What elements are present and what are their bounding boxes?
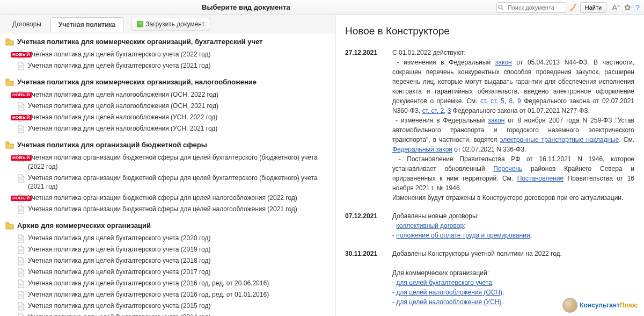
news-link[interactable]: 3 [448, 107, 451, 114]
document-icon [17, 102, 25, 111]
clear-icon[interactable] [568, 3, 578, 12]
document-icon [17, 125, 25, 133]
list-item[interactable]: Учетная политика организации бюджетной с… [5, 173, 330, 193]
group-header[interactable]: Учетная политика для организаций бюджетн… [5, 141, 330, 149]
top-icons: Aa ✿ ? [612, 3, 640, 12]
folder-icon [5, 38, 14, 46]
news-link[interactable]: 8 [509, 97, 513, 105]
news-heading: Новое в Конструкторе [345, 24, 634, 39]
news-link[interactable]: закон [488, 117, 504, 124]
tabs: ДоговорыУчетная политика+Загрузить докум… [0, 15, 335, 33]
document-icon [17, 313, 25, 316]
new-badge: НОВЫЙ [11, 193, 32, 201]
search-wrap: Найти [488, 2, 606, 13]
search-input[interactable] [496, 2, 566, 13]
list-item[interactable]: Учетная политика для целей бухгалтерског… [5, 267, 330, 278]
news-date: 27.12.2021 [345, 48, 383, 203]
document-icon [17, 62, 25, 70]
news-link[interactable]: Перечень [493, 165, 522, 173]
brand-logo: КонсультантПлюс [562, 298, 638, 313]
document-icon [17, 268, 25, 277]
news-link[interactable]: ст. ст. 2 [422, 107, 444, 114]
new-badge: НОВЫЙ [11, 90, 32, 98]
news-link[interactable]: для целей бухгалтерского учета [396, 279, 492, 286]
list-item[interactable]: Учетная политика организации бюджетной с… [5, 192, 330, 204]
news-link[interactable]: Постановление [517, 175, 564, 182]
document-icon [17, 246, 25, 254]
document-icon [17, 302, 25, 311]
news-body: С 01.01.2022 действуют: - изменения в Фе… [392, 48, 634, 203]
new-badge: НОВЫЙ [11, 153, 32, 161]
list-item[interactable]: Учетная политика для целей бухгалтерског… [5, 300, 330, 312]
logo-avatar-icon [562, 298, 577, 313]
news-link[interactable]: для целей налогообложения (ОСН) [396, 289, 502, 296]
list-item[interactable]: Учетная политика для целей бухгалтерског… [5, 289, 330, 300]
list-item[interactable]: Учетная политика для целей бухгалтерског… [5, 49, 330, 60]
list-item[interactable]: Учетная политика для целей бухгалтерског… [5, 233, 330, 244]
list-item[interactable]: Учетная политика для целей бухгалтерског… [5, 255, 330, 267]
news-date: 07.12.2021 [345, 211, 383, 240]
find-button[interactable]: Найти [580, 2, 606, 13]
left-panel: ДоговорыУчетная политика+Загрузить докум… [0, 15, 335, 316]
news-link[interactable]: коллективный договор [396, 222, 464, 229]
svg-line-2 [574, 4, 576, 6]
settings-icon[interactable]: ✿ [624, 3, 631, 12]
news-link[interactable]: для целей налогообложения (УСН) [396, 298, 501, 306]
document-icon [17, 257, 25, 265]
list-item[interactable]: Учетная политика для целей налогообложен… [5, 100, 330, 112]
tree: Учетная политика для коммерческих органи… [0, 33, 335, 316]
list-item[interactable]: Учетная политика организации бюджетной с… [5, 152, 330, 173]
news-row: 07.12.2021Добавлены новые договоры:- кол… [345, 211, 634, 240]
list-item[interactable]: Учетная политика организации бюджетной с… [5, 204, 330, 215]
group-header[interactable]: Учетная политика для коммерческих органи… [5, 38, 330, 46]
news-row: 27.12.2021С 01.01.2022 действуют: - изме… [345, 48, 634, 203]
news-link[interactable]: электронные транспортные накладные [500, 136, 619, 143]
list-item[interactable]: Учетная политика для целей бухгалтерског… [5, 60, 330, 71]
news-link[interactable]: ст. ст. 5 [480, 97, 504, 105]
right-panel: Новое в Конструкторе 27.12.2021С 01.01.2… [335, 15, 644, 316]
new-badge: НОВЫЙ [11, 113, 32, 120]
document-icon [17, 234, 25, 243]
document-icon [17, 205, 25, 214]
document-icon [17, 174, 25, 183]
list-item[interactable]: Учетная политика для целей налогообложен… [5, 89, 330, 100]
news-list: 27.12.2021С 01.01.2022 действуют: - изме… [345, 48, 634, 317]
list-item[interactable]: Учетная политика для целей бухгалтерског… [5, 312, 330, 316]
plus-icon: + [137, 21, 143, 27]
news-link[interactable]: закон [495, 59, 512, 66]
news-link[interactable]: 9 [517, 97, 521, 105]
main: ДоговорыУчетная политика+Загрузить докум… [0, 15, 644, 316]
news-link[interactable]: положение об оплате труда и премировании [396, 232, 530, 239]
upload-document-button[interactable]: +Загрузить документ [131, 18, 210, 31]
tab-0[interactable]: Договоры [4, 17, 49, 31]
document-icon [17, 279, 25, 288]
page-title: Выберите вид документа [4, 3, 488, 11]
font-size-icon[interactable]: Aa [612, 3, 619, 12]
list-item[interactable]: Учетная политика для целей налогообложен… [5, 112, 330, 123]
document-icon [17, 291, 25, 299]
news-link[interactable]: Федеральный закон [392, 146, 452, 153]
help-icon[interactable]: ? [635, 3, 640, 12]
list-item[interactable]: Учетная политика для целей бухгалтерског… [5, 278, 330, 289]
group-header[interactable]: Учетная политика для коммерческих органи… [5, 78, 330, 86]
folder-icon [5, 78, 14, 86]
list-item[interactable]: Учетная политика для целей бухгалтерског… [5, 244, 330, 255]
list-item[interactable]: Учетная политика для целей налогообложен… [5, 123, 330, 134]
group-header[interactable]: Архив для коммерческих организаций [5, 221, 330, 229]
news-body: Добавлены новые договоры:- коллективный … [392, 211, 634, 240]
news-date: 30.11.2021 [345, 249, 383, 317]
topbar: Выберите вид документа Найти Aa ✿ ? [0, 0, 644, 15]
tab-1[interactable]: Учетная политика [50, 17, 123, 32]
folder-icon [5, 222, 14, 229]
new-badge: НОВЫЙ [11, 50, 32, 58]
folder-icon [5, 141, 14, 149]
